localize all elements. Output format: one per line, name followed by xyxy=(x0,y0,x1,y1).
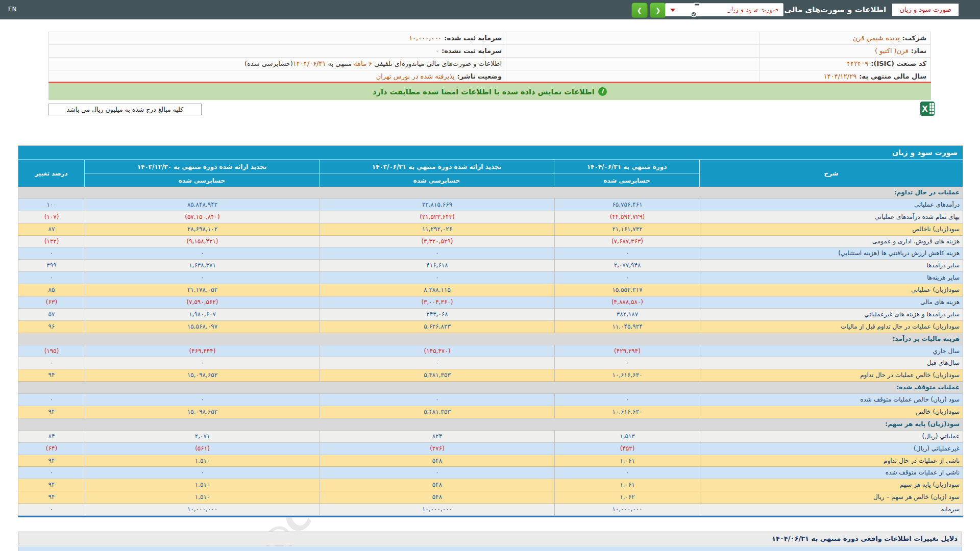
company-info-table: شرکت:پدیده شیمي قرن سرمایه ثبت شده:۱۰,۰۰… xyxy=(48,32,931,83)
cell-restated-1403-06-31: ۵,۶۲۶,۸۲۳ xyxy=(320,321,554,333)
cell-percent-change: (۱۹۵) xyxy=(18,345,85,357)
info-spacer-cell xyxy=(506,32,759,44)
cell-restated-1403-06-31: ۰ xyxy=(320,467,554,479)
cell-restated-1403-06-31: ۵,۴۸۱,۳۵۳ xyxy=(320,406,554,418)
cell-restated-1403-12-30: (۴۶۹,۴۴۴) xyxy=(85,345,320,357)
info-row: شرکت:پدیده شیمي قرن سرمایه ثبت شده:۱۰,۰۰… xyxy=(49,32,930,45)
clipboard-report-icon xyxy=(690,3,703,17)
info-icon: i xyxy=(598,87,607,96)
cell-description: درآمدهای عملیاتي xyxy=(700,199,963,211)
cell-period-1404-06-31: ۱۱,۰۴۵,۹۲۴ xyxy=(554,321,700,333)
cell-description: سود(زیان) پایه هر سهم xyxy=(700,479,963,491)
table-row: سود (زیان) خالص عملیات متوقف شده۰۰۰۰ xyxy=(18,394,963,406)
cell-percent-change: ۰ xyxy=(18,247,85,259)
info-row: نماد:قرن( اکتیو ) سرمایه ثبت نشده:۰ xyxy=(49,45,930,58)
cell-restated-1403-12-30: ۱۵,۰۹۸,۶۵۳ xyxy=(85,406,320,418)
cell-percent-change: ۰ xyxy=(18,394,85,406)
report-title: اطلاعات و صورت‌های مالی میاندوره‌ای تلفی… xyxy=(709,5,886,14)
cell-percent-change: ۹۴ xyxy=(18,491,85,503)
table-row: هزینه های فروش، اداری و عمومی(۷,۶۸۷,۳۶۳)… xyxy=(18,236,963,248)
cell-description: بهای تمام شده درآمدهای عملیاتي xyxy=(700,211,963,223)
cell-description: هزینه کاهش ارزش دریافتني ها (هزینه استثن… xyxy=(700,247,963,259)
cell-description: سایر هزینه‌ها xyxy=(700,272,963,284)
table-row: سود(زیان) پایه هر سهم۱,۰۶۱۵۴۸۱,۵۱۰۹۴ xyxy=(18,479,963,491)
cell-restated-1403-06-31: ۵۴۸ xyxy=(320,455,554,467)
prev-sheet-button[interactable]: ❮ xyxy=(631,3,648,18)
cell-percent-change: ۸۴ xyxy=(18,431,85,442)
cell-restated-1403-06-31: (۲۷۶) xyxy=(320,443,554,455)
cell-restated-1403-06-31: (۳,۰۰۴,۳۶۰) xyxy=(320,296,554,308)
table-row: سود (زیان) خالص هر سهم – ریال۱,۰۶۲۵۴۸۱,۵… xyxy=(18,491,963,504)
symbol-field: نماد:قرن( اکتیو ) xyxy=(759,45,930,57)
cell-restated-1403-06-31: ۰ xyxy=(320,357,554,369)
cell-period-1404-06-31: ۰ xyxy=(554,357,700,369)
cell-percent-change: ۹۶ xyxy=(18,321,85,333)
info-row: کد صنعت (ISIC):۴۴۲۴۰۹ اطلاعات و صورت‌های… xyxy=(49,58,930,70)
cell-description: ناشي از عملیات متوقف شده xyxy=(700,467,963,479)
cell-percent-change: ۰ xyxy=(18,504,85,515)
cell-restated-1403-12-30: ۱,۶۳۸,۳۷۱ xyxy=(85,260,320,271)
col-header-percent-change: درصد تغییر xyxy=(18,159,85,187)
registered-capital-field: سرمایه ثبت شده:۱۰,۰۰۰,۰۰۰ xyxy=(48,32,506,44)
cell-percent-change: ۹۴ xyxy=(18,406,85,418)
table-row: عملیاتي (ریال)۱,۵۱۳۸۲۴۲,۰۷۱۸۴ xyxy=(18,431,963,443)
top-bar: EN ❮ ❯ صورت سود و زیان صورت سود و زیان ا… xyxy=(0,0,980,19)
cell-restated-1403-06-31: ۰ xyxy=(320,394,554,406)
cell-restated-1403-12-30: ۱,۵۱۰ xyxy=(85,455,320,467)
cell-restated-1403-06-31: ۴۱۶,۶۱۸ xyxy=(320,260,554,271)
cell-restated-1403-12-30: ۱,۹۸۰,۶۰۷ xyxy=(85,309,320,320)
unregistered-capital-field: سرمایه ثبت نشده:۰ xyxy=(48,45,506,57)
section-label: عملیات در حال تداوم: xyxy=(18,187,963,198)
next-sheet-button[interactable]: ❯ xyxy=(650,3,666,18)
cell-period-1404-06-31: ۱۰,۶۱۶,۶۳۰ xyxy=(554,369,700,381)
cell-restated-1403-12-30: ۱۵,۵۶۸,۰۹۷ xyxy=(85,321,320,333)
table-row: ناشي از عملیات در حال تداوم۱,۰۶۱۵۴۸۱,۵۱۰… xyxy=(18,455,963,467)
col-subheader-audited: حسابرسی شده xyxy=(320,173,554,187)
report-header: صورت سود و زیان اطلاعات و صورت‌های مالی … xyxy=(690,0,959,19)
statement-header: شرح دوره منتهي به ۱۴۰۴/۰۶/۳۱ تجدید ارائه… xyxy=(18,159,963,187)
cell-percent-change: ۹۴ xyxy=(18,479,85,491)
cell-restated-1403-06-31: (۱۴۵,۴۷۰) xyxy=(320,345,554,357)
language-en-link[interactable]: EN xyxy=(8,6,17,13)
cell-percent-change: ۵۷ xyxy=(18,309,85,320)
isic-code-field: کد صنعت (ISIC):۴۴۲۴۰۹ xyxy=(759,58,930,70)
section-label: عملیات متوقف شده: xyxy=(18,382,963,393)
cell-description: سایر درآمدها xyxy=(700,260,963,271)
table-row: ناشي از عملیات متوقف شده۰۰۰۰ xyxy=(18,467,963,479)
cell-period-1404-06-31: ۳۸۲,۱۸۷ xyxy=(554,309,700,320)
section-label: هزینه مالیات بر درآمد: xyxy=(18,333,963,345)
cell-restated-1403-06-31: ۲۴۳,۰۶۸ xyxy=(320,309,554,320)
table-row: سود(زیان) ناخالص۲۱,۱۶۱,۷۳۲۱۱,۲۹۲,۰۲۶۲۸,۶… xyxy=(18,223,963,236)
interim-period-field: اطلاعات و صورت‌های مالی میاندوره‌ای تلفی… xyxy=(48,58,506,70)
cell-restated-1403-12-30: ۱,۵۱۰ xyxy=(85,479,320,491)
cell-restated-1403-06-31: ۵۴۸ xyxy=(320,491,554,503)
cell-period-1404-06-31: ۱,۰۶۲ xyxy=(554,491,700,503)
signature-match-banner: i اطلاعات نمایش داده شده با اطلاعات امضا… xyxy=(48,83,931,100)
cell-percent-change: ۹۴ xyxy=(18,455,85,467)
section-row: هزینه مالیات بر درآمد: xyxy=(18,333,963,345)
cell-percent-change: ۰ xyxy=(18,357,85,369)
info-spacer-cell xyxy=(506,45,759,57)
section-row: عملیات در حال تداوم: xyxy=(18,187,963,199)
section-label: سود(زیان) پایه هر سهم: xyxy=(18,418,963,430)
table-row: بهای تمام شده درآمدهای عملیاتي(۴۴,۵۹۴,۷۲… xyxy=(18,211,963,223)
cell-restated-1403-12-30: ۲۸,۶۹۸,۱۰۲ xyxy=(85,223,320,235)
section-row: سود(زیان) پایه هر سهم: xyxy=(18,418,963,431)
cell-percent-change: (۶۳) xyxy=(18,296,85,308)
cell-percent-change: ۰ xyxy=(18,272,85,284)
cell-description: سود(زیان) عملیات در حال تداوم قبل از مال… xyxy=(700,321,963,333)
chevron-down-icon xyxy=(670,9,675,12)
statement-body: عملیات در حال تداوم:درآمدهای عملیاتي۶۵,۷… xyxy=(18,187,963,516)
cell-restated-1403-06-31: ۸۲۴ xyxy=(320,431,554,442)
cell-restated-1403-12-30: ۲۱,۱۷۸,۰۵۲ xyxy=(85,284,320,296)
cell-percent-change: ۱۰۰ xyxy=(18,199,85,211)
cell-period-1404-06-31: (۴۲۹,۲۹۴) xyxy=(554,345,700,357)
change-reasons-header: دلایل تغییرات اطلاعات واقعی دوره منتهی ب… xyxy=(18,532,962,545)
cell-restated-1403-06-31: ۰ xyxy=(320,247,554,259)
cell-description: سود(زیان) ناخالص xyxy=(700,223,963,235)
excel-export-icon[interactable]: X xyxy=(919,100,936,117)
cell-period-1404-06-31: ۰ xyxy=(554,272,700,284)
cell-restated-1403-06-31: ۳۲,۸۱۵,۶۶۹ xyxy=(320,199,554,211)
cell-description: ناشي از عملیات در حال تداوم xyxy=(700,455,963,467)
cell-restated-1403-12-30: ۱۰,۰۰۰,۰۰۰ xyxy=(85,504,320,515)
